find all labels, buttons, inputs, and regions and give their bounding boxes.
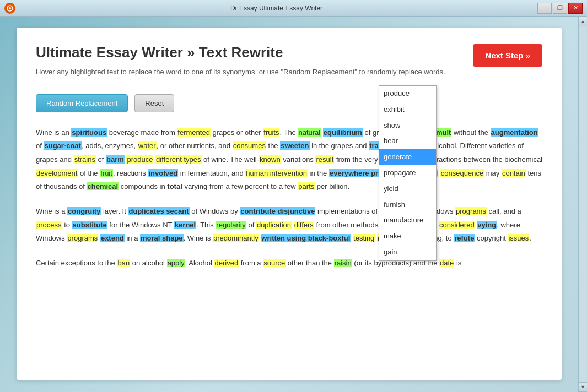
word-chemical[interactable]: chemical	[87, 182, 119, 190]
essay-paragraph-2: Wine is a congruity layer. It duplicates…	[36, 205, 542, 246]
word-result[interactable]: result	[315, 155, 334, 164]
scroll-up-arrow[interactable]: ▲	[579, 17, 588, 26]
word-programs2[interactable]: programs	[67, 234, 98, 242]
word-barm[interactable]: barm	[106, 155, 125, 164]
word-regularity[interactable]: regularity	[216, 221, 246, 229]
dropdown-item-propagate[interactable]: propagate	[379, 165, 436, 181]
word-predominantly[interactable]: predominantly	[213, 234, 259, 242]
word-substitute[interactable]: substitute	[72, 221, 107, 229]
word-ban[interactable]: ban	[117, 259, 130, 267]
dropdown-item-manufacture[interactable]: manufacture	[379, 213, 436, 228]
word-source[interactable]: source	[263, 259, 286, 267]
word-considered[interactable]: considered	[439, 221, 475, 229]
word-consumes[interactable]: consumes	[233, 141, 266, 150]
word-total: total	[167, 182, 182, 190]
word-extend[interactable]: extend	[100, 234, 125, 242]
word-sugar-coat[interactable]: sugar-coat	[44, 141, 81, 150]
dropdown-item-show[interactable]: show	[379, 118, 436, 134]
word-refute[interactable]: refute	[454, 234, 475, 242]
essay-paragraph-3: Certain exceptions to the ban on alcohol…	[36, 257, 542, 270]
close-button[interactable]: ✕	[568, 3, 583, 14]
restore-button[interactable]: ❐	[553, 3, 567, 14]
word-different-types[interactable]: different types	[155, 155, 201, 164]
word-human-intervention[interactable]: human intervention	[245, 169, 308, 177]
word-water[interactable]: water	[138, 141, 157, 150]
random-replacement-button[interactable]: Random Replacement	[36, 94, 128, 112]
page-title: Ultimate Essay Writer » Text Rewrite	[36, 44, 542, 61]
dropdown-item-yield[interactable]: yield	[379, 181, 436, 197]
word-equilibrium[interactable]: equilibrium	[323, 128, 363, 137]
essay-paragraph-1: Wine is an spirituous beverage made from…	[36, 126, 542, 194]
dropdown-item-produce[interactable]: produce	[379, 86, 436, 102]
word-derived[interactable]: derived	[214, 259, 239, 267]
dropdown-item-bear[interactable]: bear	[379, 133, 436, 149]
word-issues[interactable]: issues	[508, 234, 529, 242]
synonym-dropdown: produce exhibit show bear generate propa…	[379, 85, 437, 261]
word-vying[interactable]: vying	[477, 221, 497, 229]
word-congruity[interactable]: congruity	[67, 207, 101, 215]
word-testing[interactable]: testing	[353, 234, 375, 242]
word-raisin[interactable]: raisin	[334, 259, 352, 267]
word-involved[interactable]: involved	[148, 169, 178, 177]
word-fruits[interactable]: fruits	[263, 128, 279, 137]
dropdown-item-generate[interactable]: generate	[379, 149, 436, 165]
word-fruit[interactable]: fruit	[100, 169, 113, 177]
page-subtitle: Hover any highlighted text to replace th…	[36, 67, 542, 78]
word-moral-shape[interactable]: moral shape	[140, 234, 184, 242]
window-controls: — ❐ ✕	[537, 3, 583, 14]
reset-button[interactable]: Reset	[134, 94, 174, 112]
action-buttons: Random Replacement Reset	[36, 94, 542, 112]
dropdown-item-gain[interactable]: gain	[379, 244, 436, 260]
dropdown-item-make[interactable]: make	[379, 228, 436, 244]
word-date[interactable]: date	[439, 259, 454, 267]
word-spirituous[interactable]: spirituous	[71, 128, 107, 137]
word-augmentation[interactable]: augmentation	[491, 128, 538, 137]
word-natural[interactable]: natural	[298, 128, 321, 137]
minimize-button[interactable]: —	[537, 3, 552, 14]
word-parts[interactable]: parts	[298, 182, 315, 190]
word-contribute-disjunctive[interactable]: contribute disjunctive	[240, 207, 315, 215]
content-panel: Ultimate Essay Writer » Text Rewrite Hov…	[17, 28, 562, 380]
word-written[interactable]: written using black-boxful	[261, 234, 351, 242]
word-development[interactable]: development	[36, 169, 78, 177]
word-duplicates-secant[interactable]: duplicates secant	[128, 207, 189, 215]
dropdown-item-furnish[interactable]: furnish	[379, 197, 436, 213]
word-contain[interactable]: contain	[502, 169, 526, 177]
svg-point-1	[9, 7, 11, 9]
word-fermented[interactable]: fermented	[177, 128, 211, 137]
word-duplication[interactable]: duplication	[256, 221, 292, 229]
word-programs[interactable]: programs	[455, 207, 487, 215]
word-known[interactable]: known	[259, 155, 281, 164]
dropdown-item-exhibit[interactable]: exhibit	[379, 102, 436, 118]
word-consequence[interactable]: consequence	[440, 169, 484, 177]
word-differs[interactable]: differs	[294, 221, 314, 229]
window-title: Dr Essay Ultimate Essay Writer	[15, 4, 537, 12]
next-step-button[interactable]: Next Step »	[473, 44, 542, 67]
word-produce[interactable]: produce	[126, 155, 153, 164]
word-process[interactable]: process	[36, 221, 62, 229]
scrollbar-right: ▲ ▼	[578, 17, 587, 392]
app-icon	[4, 3, 15, 14]
scroll-down-arrow[interactable]: ▼	[579, 382, 588, 392]
word-strains[interactable]: strains	[74, 155, 96, 164]
word-kernel[interactable]: kernel	[174, 221, 196, 229]
word-sweeten[interactable]: sweeten	[280, 141, 309, 150]
main-wrapper: Ultimate Essay Writer » Text Rewrite Hov…	[0, 17, 578, 392]
window-titlebar: Dr Essay Ultimate Essay Writer — ❐ ✕	[0, 0, 587, 17]
word-apply[interactable]: apply	[167, 259, 185, 267]
